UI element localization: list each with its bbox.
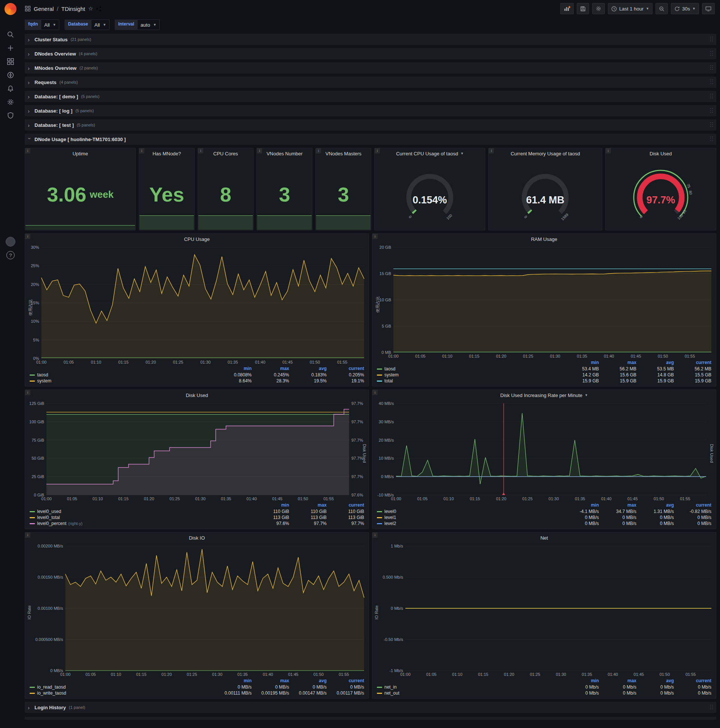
svg-text:01:40: 01:40 [604,354,614,358]
legend-series-total[interactable]: total [375,378,563,384]
legend-series-system[interactable]: system [28,378,216,384]
info-icon[interactable]: i [25,532,31,538]
legend-series-net_in[interactable]: net_in [375,684,563,690]
legend-series-net_out[interactable]: net_out [375,690,563,696]
legend-value: 0 Mb/s [563,684,600,690]
grafana-logo[interactable] [5,3,17,15]
row-drag-handle[interactable] [710,108,713,113]
dashboard-row[interactable]: ›MNodes Overview(2 panels) [25,62,716,73]
legend-series-level0_total[interactable]: level0_total [28,514,253,520]
info-icon[interactable]: i [257,148,262,153]
row-drag-handle[interactable] [710,51,713,56]
info-icon[interactable]: i [25,148,31,153]
info-icon[interactable]: i [316,148,321,153]
legend-row: io_write_taosd0.00111 MB/s0.00195 MB/s0.… [28,690,366,696]
panel-title[interactable]: Disk IO [25,532,369,543]
svg-text:20 GB: 20 GB [380,245,391,249]
legend-series-level0[interactable]: level0 [375,508,563,514]
share-icon[interactable] [96,6,102,12]
info-icon[interactable]: i [139,148,144,153]
panel-title[interactable]: Disk Used [25,390,369,401]
y-axis-label: IO Rate [374,605,379,619]
info-icon[interactable]: i [372,532,378,538]
dashboard-row[interactable]: ›DNodes Overview(4 panels) [25,48,716,59]
legend-series-level2[interactable]: level2 [375,520,563,526]
info-icon[interactable]: i [198,148,203,153]
svg-text:01:10: 01:10 [452,672,463,677]
row-drag-handle[interactable] [710,37,713,42]
info-icon[interactable]: i [372,234,378,239]
panel-title[interactable]: Disk Used [606,148,716,159]
panel-title[interactable]: Disk Used Increasing Rate per Minute▼ [372,390,716,401]
legend-series-level0_percent[interactable]: level0_percent(right-y) [28,520,253,526]
star-icon[interactable]: ☆ [88,5,93,12]
save-dashboard-button[interactable] [577,3,589,14]
panel-title[interactable]: Current Memory Usage of taosd [489,148,601,159]
legend-series-level0_used[interactable]: level0_used [28,508,253,514]
dashboard-row[interactable]: ›Database: [ test ](5 panels) [25,119,716,131]
info-icon[interactable]: i [25,234,31,239]
add-panel-button[interactable] [560,3,574,14]
time-range-picker[interactable]: Last 1 hour ▼ [608,3,653,14]
cycle-view-mode-button[interactable] [702,3,715,14]
svg-text:80: 80 [688,190,693,195]
dashboard-row[interactable]: ›Database: [ log ](5 panels) [25,105,716,116]
svg-text:97.7%: 97.7% [351,419,363,424]
panel-title[interactable]: CPU Cores [198,148,253,159]
legend-series-level1[interactable]: level1 [375,514,563,520]
svg-text:01:55: 01:55 [685,354,695,358]
panel-title[interactable]: Has MNode? [139,148,194,159]
row-drag-handle[interactable] [710,65,713,70]
legend-series-color [30,693,35,694]
panel-title[interactable]: Uptime [25,148,135,159]
dashboard-title[interactable]: TDinsight [61,6,85,12]
row-drag-handle[interactable] [710,80,713,85]
svg-text:97.7%: 97.7% [351,456,363,460]
info-icon[interactable]: i [375,148,380,153]
search-icon[interactable] [4,28,17,41]
variable-interval-value[interactable]: auto▼ [137,20,160,30]
dashboard-row[interactable]: ›Cluster Status(21 panels) [25,34,716,45]
variable-database-value[interactable]: All▼ [92,20,110,30]
create-plus-icon[interactable] [4,41,17,55]
legend-value: 0 Mb/s [600,690,638,696]
row-drag-handle[interactable] [710,122,713,128]
legend-value: 0 MB/s [600,520,638,526]
legend-series-taosd[interactable]: taosd [375,366,563,372]
row-drag-handle[interactable] [710,94,713,99]
panel-title[interactable]: CPU Usage [25,234,369,244]
panel-title[interactable]: RAM Usage [372,234,716,244]
alerting-bell-icon[interactable] [4,82,17,95]
panel-title[interactable]: VNodes Number [257,148,312,159]
configuration-gear-icon[interactable] [4,95,17,109]
variable-fqdn-value[interactable]: All▼ [41,20,59,30]
row-drag-handle[interactable] [710,136,713,142]
dashboard-row-dnode-usage[interactable]: › DNode Usage [ huolinhe-TM1701:6030 ] [25,134,716,145]
panel-title[interactable]: Current CPU Usage of taosd▼ [375,148,485,159]
legend-series-io_write_taosd[interactable]: io_write_taosd [28,690,216,696]
legend-series-io_read_taosd[interactable]: io_read_taosd [28,684,216,690]
user-avatar[interactable] [4,235,17,248]
dashboards-icon[interactable] [4,55,17,68]
panel-title[interactable]: VNodes Masters [316,148,371,159]
svg-text:01:35: 01:35 [575,497,585,501]
info-icon[interactable]: i [489,148,494,153]
breadcrumb-section[interactable]: General [34,6,53,12]
dashboard-row[interactable]: ›Requests(4 panels) [25,76,716,88]
dashboard-settings-button[interactable] [592,3,605,14]
info-icon[interactable]: i [606,148,611,153]
explore-compass-icon[interactable] [4,68,17,82]
dashboard-row-login-history[interactable]: › Login History (1 panel) [25,702,716,713]
legend-series-system[interactable]: system [375,372,563,378]
info-icon[interactable]: i [25,390,31,395]
server-admin-shield-icon[interactable] [4,109,17,122]
legend-value: 0.00195 MB/s [253,690,291,696]
help-icon[interactable]: ? [4,248,17,262]
zoom-out-button[interactable] [656,3,668,14]
legend-series-taosd[interactable]: taosd [28,372,216,378]
row-drag-handle[interactable] [710,705,713,710]
info-icon[interactable]: i [372,390,378,395]
dashboard-row[interactable]: ›Database: [ demo ](5 panels) [25,91,716,102]
panel-title[interactable]: Net [372,532,716,543]
refresh-button[interactable]: 30s ▼ [671,3,699,14]
